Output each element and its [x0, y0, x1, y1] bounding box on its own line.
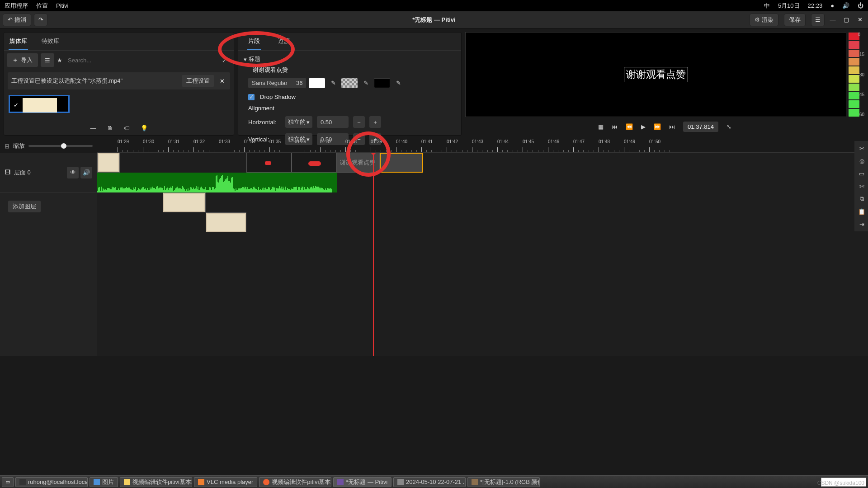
step-forward-button[interactable]: ⏩ [654, 123, 661, 130]
layer-visible-button[interactable]: 👁 [67, 167, 79, 178]
save-button[interactable]: 保存 [784, 14, 806, 26]
maximize-button[interactable]: ▢ [841, 14, 852, 25]
project-settings-notice: 工程设置已被设定以适配文件"水蒸蛋.mp4" 工程设置 ✕ [8, 72, 230, 89]
align-tool[interactable]: ⇥ [856, 219, 867, 230]
remove-clip-button[interactable]: — [90, 125, 96, 131]
menu-places[interactable]: 位置 [36, 2, 48, 10]
close-button[interactable]: ✕ [854, 14, 865, 25]
layer-audio-button[interactable]: 🔊 [80, 167, 92, 178]
window-title: *无标题 — Pitivi [412, 16, 455, 24]
tab-media-library[interactable]: 媒体库 [9, 35, 28, 50]
horizontal-mode-dropdown[interactable]: 独立的▾ [285, 116, 312, 128]
minimize-button[interactable]: — [827, 14, 838, 25]
app-headerbar: ↶撤消 ↷ *无标题 — Pitivi ⚙渲染 保存 ☰ — ▢ ✕ [0, 11, 868, 28]
cut-tool[interactable]: ✂ [856, 143, 867, 154]
taskbar-item[interactable]: ruhong@localhost.local... [15, 477, 88, 487]
timeline-tracks[interactable]: 谢谢观看点赞 [97, 153, 868, 356]
watermark: CSDN @sukida100 [817, 480, 864, 486]
horizontal-value[interactable]: 0.50 [317, 116, 349, 128]
grid-view-icon[interactable]: ▦ [598, 123, 604, 130]
ruler-tick: 01:45 [523, 139, 534, 144]
video-clip[interactable] [97, 153, 120, 173]
bg-color-picker[interactable]: ✎ [360, 78, 371, 88]
menu-app[interactable]: Pitivi [56, 2, 68, 9]
ruler-tick: 01:46 [548, 139, 559, 144]
outline-color-picker[interactable]: ✎ [393, 78, 404, 88]
taskbar-item[interactable]: 图片 [90, 477, 118, 487]
taskbar-item[interactable]: 视频编辑软件pitivi基本功... [259, 477, 331, 487]
show-desktop-button[interactable]: ▭ [2, 477, 14, 487]
video-clip[interactable] [292, 153, 337, 173]
video-clip[interactable] [206, 212, 246, 232]
taskbar-item[interactable]: *[无标题]-1.0 (RGB 颜色 ... [467, 477, 540, 487]
add-layer-button[interactable]: 添加图层 [8, 201, 41, 212]
ruler-tick: 01:41 [421, 139, 433, 144]
layer-name[interactable]: 层面 0 [14, 169, 31, 177]
step-back-button[interactable]: ⏪ [626, 123, 633, 130]
title-text-field[interactable]: 谢谢观看点赞 [244, 65, 456, 75]
desktop-top-bar: 应用程序 位置 Pitivi 中 5月10日 22:23 ● 🔊 ⏻ [0, 0, 868, 11]
desktop-taskbar: ▭ ruhong@localhost.local... 图片 视频编辑软件pit… [0, 475, 868, 488]
check-icon: ✓ [14, 102, 19, 108]
redo-button[interactable]: ↷ [34, 14, 47, 26]
taskbar-item[interactable]: 视频编辑软件pitivi基本功... [120, 477, 192, 487]
video-viewer[interactable]: 谢谢观看点赞 [465, 32, 846, 117]
clock-date: 5月10日 [778, 2, 800, 10]
power-icon[interactable]: ⏻ [858, 2, 863, 9]
title-expander[interactable]: ▾ 标题 [244, 53, 456, 65]
ruler-tick: 01:34 [244, 139, 255, 144]
taskbar-item[interactable]: VLC media player [194, 477, 257, 487]
tab-effects[interactable]: 特效库 [41, 35, 60, 50]
timeline-ruler[interactable]: 01:2901:3001:3101:3201:3301:3401:3501:36… [97, 139, 868, 153]
tab-clip[interactable]: 片段 [247, 35, 261, 50]
group-tool[interactable]: ▭ [856, 168, 867, 179]
search-input[interactable] [65, 53, 215, 67]
dismiss-notice-button[interactable]: ✕ [218, 78, 226, 84]
taskbar-item[interactable]: *无标题 — Pitivi [333, 477, 392, 487]
text-color-swatch[interactable] [309, 78, 325, 88]
horizontal-increment[interactable]: + [369, 116, 381, 128]
title-clip-selected[interactable] [380, 153, 423, 173]
bg-color-swatch[interactable] [341, 78, 358, 88]
tab-transition[interactable]: 过渡 [277, 35, 291, 50]
undo-button[interactable]: ↶撤消 [3, 14, 31, 26]
clip-properties-button[interactable]: 🗎 [107, 125, 113, 131]
ruler-tick: 01:43 [472, 139, 483, 144]
video-clip[interactable] [163, 192, 206, 212]
playhead[interactable] [373, 153, 374, 356]
timecode-display[interactable]: 01:37.814 [683, 122, 718, 132]
list-view-button[interactable]: ☰ [41, 53, 54, 67]
volume-icon[interactable]: 🔊 [842, 2, 849, 9]
font-selector[interactable]: Sans Regular 36 [248, 78, 306, 88]
drop-shadow-checkbox[interactable]: ✓ [248, 94, 255, 100]
hamburger-button[interactable]: ☰ [811, 14, 825, 26]
video-clip[interactable] [246, 153, 292, 173]
target-tool[interactable]: ◎ [856, 155, 867, 166]
expand-panel-button[interactable]: ⤢ [217, 53, 231, 67]
go-end-button[interactable]: ⏭ [669, 123, 675, 130]
horizontal-decrement[interactable]: − [353, 116, 365, 128]
ruler-tick: 01:40 [396, 139, 407, 144]
menu-applications[interactable]: 应用程序 [5, 2, 28, 10]
project-settings-button[interactable]: 工程设置 [182, 75, 214, 87]
taskbar-item[interactable]: 2024-05-10 22-07-21 ... [393, 477, 466, 487]
import-button[interactable]: ＋导入 [7, 53, 38, 67]
media-clip-thumb[interactable]: ✓ [9, 95, 70, 113]
detach-viewer-button[interactable]: ⤡ [726, 123, 731, 130]
copy-tool[interactable]: ⧉ [856, 193, 867, 204]
render-button[interactable]: ⚙渲染 [750, 14, 778, 26]
title-overlay[interactable]: 谢谢观看点赞 [624, 67, 688, 82]
go-start-button[interactable]: ⏮ [612, 123, 618, 130]
tag-button[interactable]: 🏷 [124, 125, 130, 131]
audio-clip[interactable] [97, 173, 337, 192]
play-button[interactable]: ▶ [641, 123, 646, 130]
text-color-picker[interactable]: ✎ [328, 78, 339, 88]
clock-time: 22:23 [808, 2, 823, 9]
paste-tool[interactable]: 📋 [856, 206, 867, 217]
ungroup-tool[interactable]: ✄ [856, 181, 867, 192]
zoom-slider[interactable] [28, 145, 93, 147]
outline-color-swatch[interactable] [374, 78, 390, 88]
ime-indicator[interactable]: 中 [764, 2, 770, 10]
ruler-tick: 01:49 [624, 139, 635, 144]
info-button[interactable]: 💡 [141, 125, 148, 131]
